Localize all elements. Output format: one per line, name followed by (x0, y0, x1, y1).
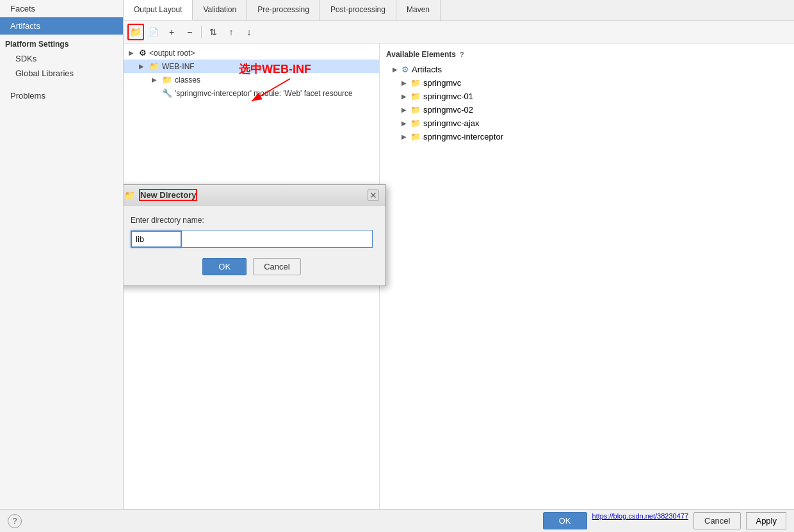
dialog-buttons: OK Cancel (131, 258, 373, 275)
global-ok-button[interactable]: OK (543, 512, 587, 529)
tab-output-layout[interactable]: Output Layout (124, 0, 193, 20)
avail-springmvc-ajax-icon: 📁 (410, 118, 421, 128)
output-layout-toolbar: 📁 📄 + − ⇅ ↑ ↓ (124, 21, 794, 44)
sort-button[interactable]: ⇅ (205, 24, 222, 40)
content-split: 选中WEB-INF ▶ ⚙ <output root> ▶ 📁 WEB-INF … (124, 44, 794, 509)
avail-artifacts-label: Artifacts (412, 65, 442, 74)
web-inf-label: WEB-INF (162, 62, 195, 71)
sidebar-artifacts-label: Artifacts (10, 21, 40, 31)
tab-pre-processing[interactable]: Pre-processing (247, 0, 320, 20)
available-elements-header: Available Elements ? (380, 46, 794, 63)
directory-name-input[interactable] (131, 230, 182, 248)
tree-item-output-root[interactable]: ▶ ⚙ <output root> (124, 46, 379, 60)
move-up-button[interactable]: ↑ (223, 24, 239, 40)
directory-name-input-rest[interactable] (182, 230, 373, 248)
tree-toggle-root: ▶ (129, 49, 139, 56)
sidebar-item-sdks[interactable]: SDKs (0, 51, 123, 66)
tree-toggle-classes: ▶ (152, 76, 162, 83)
avail-item-springmvc-interceptor[interactable]: ▶ 📁 springmvc-interceptor (380, 130, 794, 143)
springmvc-icon: 🔧 (162, 88, 172, 98)
sidebar-facets-label: Facets (10, 4, 35, 13)
help-icon: ? (13, 517, 17, 526)
new-directory-dialog: 📁 New Directory ✕ Enter directory name: … (124, 184, 386, 286)
available-elements-help[interactable]: ? (460, 51, 464, 58)
avail-springmvc-icon: 📁 (410, 78, 421, 88)
tab-validation[interactable]: Validation (193, 0, 247, 20)
dialog-cancel-button[interactable]: Cancel (253, 258, 300, 275)
global-apply-button[interactable]: Apply (746, 512, 786, 529)
avail-toggle-springmvc-interceptor: ▶ (401, 133, 410, 140)
root-icon: ⚙ (139, 48, 147, 58)
springmvc-label: 'springmvc-interceptor' module: 'Web' fa… (175, 89, 353, 98)
sidebar-item-facets[interactable]: Facets (0, 0, 123, 17)
tree-item-springmvc-interceptor[interactable]: 🔧 'springmvc-interceptor' module: 'Web' … (124, 86, 379, 100)
global-cancel-button[interactable]: Cancel (693, 512, 741, 529)
avail-toggle-springmvc-01: ▶ (401, 93, 410, 100)
tree-toggle-web-inf: ▶ (139, 63, 149, 70)
avail-toggle-springmvc-02: ▶ (401, 106, 410, 113)
help-button[interactable]: ? (8, 514, 22, 528)
global-libraries-label: Global Libraries (15, 69, 74, 78)
sidebar: Facets Artifacts Platform Settings SDKs … (0, 0, 124, 532)
available-elements-panel: Available Elements ? ▶ ⚙ Artifacts ▶ 📁 s… (380, 44, 794, 509)
add-directory-button[interactable]: 📁 (127, 24, 144, 40)
dialog-body: Enter directory name: OK Cancel (124, 206, 385, 286)
sidebar-item-problems[interactable]: Problems (0, 86, 123, 106)
avail-springmvc-interceptor-icon: 📁 (410, 132, 421, 141)
url-text: https://blog.csdn.net/38230477 (592, 512, 688, 529)
main-content: Output Layout Validation Pre-processing … (124, 0, 794, 532)
avail-springmvc-01-label: springmvc-01 (423, 92, 473, 101)
bottom-buttons: OK https://blog.csdn.net/38230477 Cancel… (543, 512, 786, 529)
tab-bar: Output Layout Validation Pre-processing … (124, 0, 794, 21)
classes-folder-icon: 📁 (162, 75, 172, 85)
available-elements-title: Available Elements (386, 50, 456, 59)
avail-springmvc-label: springmvc (423, 78, 461, 88)
platform-settings-title: Platform Settings (0, 35, 123, 51)
avail-springmvc-02-label: springmvc-02 (423, 105, 473, 115)
avail-springmvc-ajax-label: springmvc-ajax (423, 118, 479, 128)
avail-toggle-artifacts: ▶ (393, 66, 401, 73)
dialog-folder-icon: 📁 (124, 190, 135, 200)
move-down-button[interactable]: ↓ (241, 24, 257, 40)
classes-label: classes (175, 76, 200, 85)
avail-item-springmvc-01[interactable]: ▶ 📁 springmvc-01 (380, 90, 794, 103)
add-file-button[interactable]: 📄 (145, 24, 162, 40)
tree-item-web-inf[interactable]: ▶ 📁 WEB-INF (124, 60, 379, 73)
problems-label: Problems (10, 91, 45, 101)
dialog-input-label: Enter directory name: (131, 216, 373, 225)
remove-button[interactable]: − (181, 24, 198, 40)
tab-maven[interactable]: Maven (396, 0, 441, 20)
avail-item-springmvc[interactable]: ▶ 📁 springmvc (380, 76, 794, 90)
dialog-close-button[interactable]: ✕ (368, 189, 379, 201)
tab-post-processing[interactable]: Post-processing (320, 0, 396, 20)
avail-toggle-springmvc: ▶ (401, 79, 410, 86)
sidebar-item-artifacts[interactable]: Artifacts (0, 17, 123, 35)
toolbar-separator (201, 26, 202, 38)
global-bottom-bar: ? OK https://blog.csdn.net/38230477 Canc… (0, 509, 794, 532)
dialog-input-row (131, 230, 373, 248)
dialog-title-text: New Directory (139, 189, 197, 201)
sidebar-item-global-libraries[interactable]: Global Libraries (0, 66, 123, 81)
tree-item-classes[interactable]: ▶ 📁 classes (124, 73, 379, 86)
dialog-titlebar: 📁 New Directory ✕ (124, 185, 385, 206)
avail-springmvc-02-icon: 📁 (410, 105, 421, 115)
avail-item-springmvc-02[interactable]: ▶ 📁 springmvc-02 (380, 103, 794, 117)
sdks-label: SDKs (15, 54, 36, 63)
dialog-ok-button[interactable]: OK (202, 258, 247, 275)
avail-toggle-springmvc-ajax: ▶ (401, 120, 410, 127)
avail-item-artifacts[interactable]: ▶ ⚙ Artifacts (380, 63, 794, 76)
add-button[interactable]: + (163, 24, 180, 40)
web-inf-folder-icon: 📁 (149, 61, 159, 71)
avail-springmvc-interceptor-label: springmvc-interceptor (423, 132, 503, 141)
avail-springmvc-01-icon: 📁 (410, 92, 421, 101)
avail-artifacts-icon: ⚙ (401, 65, 409, 74)
avail-item-springmvc-ajax[interactable]: ▶ 📁 springmvc-ajax (380, 117, 794, 130)
output-root-label: <output root> (149, 49, 195, 58)
